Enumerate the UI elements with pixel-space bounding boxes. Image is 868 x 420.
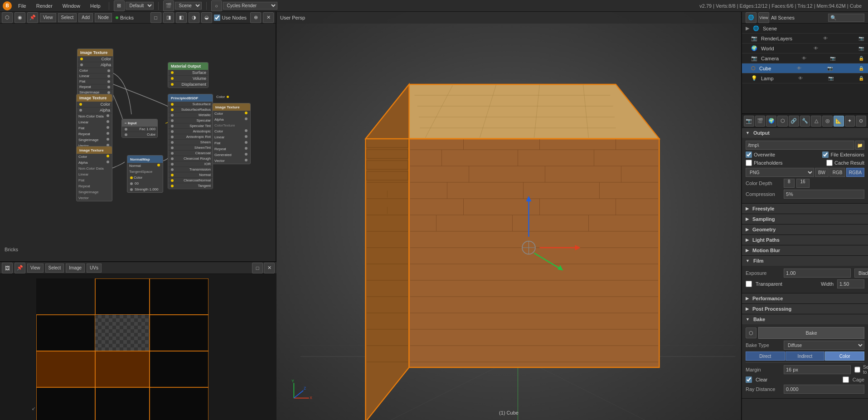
visibility-icon-renderlayers[interactable]: 👁 <box>822 35 829 42</box>
prop-render-icon[interactable]: 📷 <box>744 116 754 127</box>
view-menu-btn[interactable]: View <box>758 12 769 23</box>
render-icon-renderlayers[interactable]: 📷 <box>858 35 864 42</box>
node-canvas[interactable]: Image Texture Color Alpha Color Linear F… <box>0 24 276 261</box>
selected-to-active-checkbox[interactable] <box>854 366 860 373</box>
prop-object-icon[interactable]: ⬡ <box>777 116 788 127</box>
layout-icon[interactable]: ⊞ <box>114 0 125 11</box>
prop-physics-icon[interactable]: ⊙ <box>856 116 866 127</box>
node-image-texture-1[interactable]: Image Texture Color Alpha Color Linear F… <box>77 49 113 101</box>
node-view-menu[interactable]: View <box>40 13 56 22</box>
cage-checkbox[interactable] <box>843 376 849 383</box>
node-view-mode1[interactable]: □ <box>150 12 161 23</box>
prop-modifiers-icon[interactable]: 🔧 <box>800 116 810 127</box>
bake-button[interactable]: Bake <box>758 327 864 339</box>
cache-result-checkbox[interactable] <box>826 160 833 166</box>
menu-window[interactable]: Window <box>59 2 84 10</box>
uv-uvs-menu[interactable]: UVs <box>87 264 102 273</box>
visibility-icon-camera[interactable]: 👁 <box>801 55 807 62</box>
use-nodes-checkbox[interactable] <box>214 15 220 21</box>
direct-btn[interactable]: Direct <box>746 352 785 361</box>
transparent-checkbox[interactable] <box>746 281 752 287</box>
node-view-mode3[interactable]: ◧ <box>176 12 187 23</box>
bake-type-select[interactable]: Diffuse <box>784 341 864 350</box>
uv-mode1[interactable]: □ <box>252 263 263 273</box>
node-normal-map[interactable]: NormalMap Normal TangentSpace Color 00 S… <box>127 155 163 193</box>
visibility-icon-world[interactable]: 👁 <box>813 45 819 52</box>
outliner-search[interactable] <box>828 14 864 22</box>
geometry-header[interactable]: ▶ Geometry <box>742 225 868 234</box>
rgba-btn[interactable]: RGBA <box>846 168 864 177</box>
exposure-input[interactable] <box>784 269 851 278</box>
prop-particles-icon[interactable]: ✦ <box>845 116 855 127</box>
render-icon-cube[interactable]: 📷 <box>827 65 833 72</box>
visibility-icon-lamp[interactable]: 👁 <box>797 75 804 82</box>
placeholders-checkbox[interactable] <box>746 160 752 166</box>
engine-icon[interactable]: ○ <box>211 0 222 11</box>
menu-render[interactable]: Render <box>33 2 56 10</box>
motion-blur-header[interactable]: ▶ Motion Blur <box>742 245 868 255</box>
output-header[interactable]: ▼ Output <box>742 128 868 138</box>
prop-mesh-icon[interactable]: △ <box>811 116 821 127</box>
menu-file[interactable]: File <box>15 2 30 10</box>
output-path-input[interactable] <box>746 141 854 150</box>
lock-icon-lamp[interactable]: 🔒 <box>858 75 864 82</box>
depth-8-btn[interactable]: 8 <box>784 179 795 188</box>
bake-header[interactable]: ▼ Bake <box>742 314 868 324</box>
prop-texture-icon[interactable]: 📐 <box>834 116 844 127</box>
uv-select-menu[interactable]: Select <box>45 264 64 273</box>
outliner-item-renderlayers[interactable]: 📷 RenderLayers 👁 📷 <box>742 34 868 44</box>
render-icon-camera[interactable]: 📷 <box>829 55 836 62</box>
margin-input[interactable] <box>784 365 851 374</box>
node-editor-type[interactable]: ⬡ <box>2 12 13 23</box>
output-path-browse[interactable]: 📁 <box>855 141 864 150</box>
compression-input[interactable] <box>784 190 864 199</box>
scene-select[interactable]: Scene <box>175 2 202 10</box>
color-btn[interactable]: Color <box>825 352 864 361</box>
rgb-btn[interactable]: RGB <box>829 168 845 177</box>
post-processing-header[interactable]: ▶ Post Processing <box>742 304 868 314</box>
node-zoom-in[interactable]: ⊕ <box>250 12 261 23</box>
overwrite-checkbox[interactable] <box>746 151 752 158</box>
uv-mode2[interactable]: ✕ <box>264 263 275 273</box>
node-mix-shader[interactable]: − Input Fac 1.000 Cube <box>121 119 158 138</box>
menu-help[interactable]: Help <box>87 2 104 10</box>
outliner-item-camera[interactable]: 📷 Camera 👁 📷 🔒 <box>742 54 868 63</box>
format-select[interactable]: PNG <box>746 168 814 177</box>
freestyle-header[interactable]: ▶ Freestyle <box>742 204 868 214</box>
outliner-item-world[interactable]: 🌍 World 👁 📷 <box>742 44 868 54</box>
node-zoom-out[interactable]: ✕ <box>263 12 274 23</box>
visibility-icon-cube[interactable]: 👁 <box>796 65 802 72</box>
uv-view-menu[interactable]: View <box>27 264 44 273</box>
bake-icon[interactable]: ⬡ <box>746 327 756 338</box>
outliner-item-scene[interactable]: ▶ 🌐 Scene <box>742 24 868 34</box>
render-icon-lamp[interactable]: 📷 <box>828 75 834 82</box>
render-icon-world[interactable]: 📷 <box>858 45 864 52</box>
node-image-texture-4[interactable]: Image Texture Color Alpha Non-Color Data… <box>76 146 112 201</box>
file-extensions-checkbox[interactable] <box>822 151 829 158</box>
node-bg-toggle[interactable]: ◒ <box>201 12 212 23</box>
indirect-btn[interactable]: Indirect <box>786 352 825 361</box>
node-image-texture-2[interactable]: Image Texture Color Alpha Non-Color Data… <box>76 94 112 149</box>
uv-image-menu[interactable]: Image <box>66 264 85 273</box>
node-node-menu[interactable]: Node <box>95 13 112 22</box>
filter-select[interactable]: Blackman-Harris <box>854 269 868 278</box>
3d-viewport[interactable]: User Persp <box>276 12 741 420</box>
uv-type-icon[interactable]: 🖼 <box>2 263 13 273</box>
uv-canvas[interactable]: ↙ <box>0 274 276 420</box>
width-input[interactable] <box>837 279 864 288</box>
node-view-mode2[interactable]: ◨ <box>163 12 174 23</box>
ray-distance-input[interactable] <box>784 385 864 394</box>
light-paths-header[interactable]: ▶ Light Paths <box>742 235 868 245</box>
node-principled-bsdf[interactable]: PrincipledBSDF Subsurface SubsurfaceRadi… <box>168 94 213 189</box>
outliner-icon[interactable]: 🌐 <box>746 12 756 23</box>
prop-material-icon[interactable]: ◎ <box>822 116 833 127</box>
film-header[interactable]: ▼ Film <box>742 256 868 266</box>
prop-scene-icon[interactable]: 🎬 <box>755 116 766 127</box>
clear-checkbox[interactable] <box>746 376 752 383</box>
uv-pin[interactable]: 📌 <box>15 263 25 273</box>
prop-constraints-icon[interactable]: 🔗 <box>789 116 799 127</box>
node-view-toggle[interactable]: ◉ <box>15 12 25 23</box>
outliner-item-lamp[interactable]: 💡 Lamp 👁 📷 🔒 <box>742 73 868 83</box>
layout-preset-select[interactable]: Default <box>126 2 154 10</box>
bw-btn[interactable]: BW <box>815 168 829 177</box>
